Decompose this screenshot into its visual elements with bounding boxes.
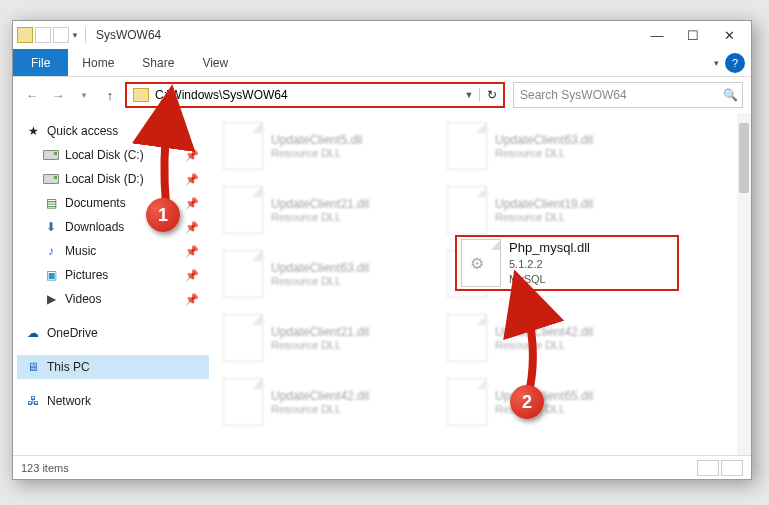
pc-icon: 🖥 [25, 360, 41, 374]
pin-icon: 📌 [185, 293, 199, 306]
divider [85, 27, 86, 43]
file-description: Resource DLL [271, 147, 362, 159]
pin-icon: 📌 [185, 221, 199, 234]
dll-file-icon [223, 378, 263, 426]
sidebar-item-this-pc[interactable]: 🖥 This PC [17, 355, 209, 379]
minimize-button[interactable]: — [639, 24, 675, 46]
sidebar-label: This PC [47, 360, 90, 374]
status-bar: 123 items [13, 455, 751, 479]
forward-button[interactable]: → [47, 84, 69, 106]
view-details-button[interactable] [697, 460, 719, 476]
gears-icon: ⚙ [470, 254, 484, 273]
file-item[interactable]: UpdateClient63.dllResource DLL [447, 119, 657, 173]
file-item[interactable]: UpdateClient63.dllResource DLL [223, 247, 433, 301]
onedrive-icon: ☁ [25, 326, 41, 340]
dll-file-icon [447, 186, 487, 234]
dll-file-icon [223, 250, 263, 298]
videos-icon: ▶ [43, 292, 59, 306]
file-description: Resource DLL [495, 211, 593, 223]
qat-dropdown-icon[interactable]: ▼ [71, 31, 79, 40]
scrollbar-thumb[interactable] [739, 123, 749, 193]
help-icon[interactable]: ? [725, 53, 745, 73]
file-meta: Php_mysql.dll 5.1.2.2 MySQL [509, 239, 590, 286]
refresh-button[interactable]: ↻ [479, 88, 503, 102]
folder-icon [133, 88, 149, 102]
file-name: UpdateClient21.dll [271, 197, 369, 211]
dll-file-icon [223, 122, 263, 170]
file-meta: UpdateClient19.dllResource DLL [495, 197, 593, 223]
star-icon: ★ [25, 124, 41, 138]
file-description: Resource DLL [271, 339, 369, 351]
ribbon-tabs: File Home Share View ▾ ? [13, 49, 751, 77]
tab-home[interactable]: Home [68, 49, 128, 76]
search-box[interactable]: Search SysWOW64 🔍 [513, 82, 743, 108]
sidebar-item-music[interactable]: ♪ Music 📌 [17, 239, 209, 263]
close-button[interactable]: ✕ [711, 24, 747, 46]
tab-view[interactable]: View [188, 49, 242, 76]
address-dropdown-icon[interactable]: ▼ [459, 90, 479, 100]
view-large-button[interactable] [721, 460, 743, 476]
ribbon-collapse-icon[interactable]: ▾ [714, 58, 719, 68]
sidebar-item-downloads[interactable]: ⬇ Downloads 📌 [17, 215, 209, 239]
pin-icon: 📌 [185, 269, 199, 282]
file-meta: UpdateClient63.dllResource DLL [495, 133, 593, 159]
sidebar-item-network[interactable]: 🖧 Network [17, 389, 209, 413]
navigation-row: ← → ▼ ↑ C:\Windows\SysWOW64 ▼ ↻ Search S… [13, 77, 751, 113]
file-item[interactable]: UpdateClient65.dllResource DLL [447, 375, 657, 429]
pin-icon: 📌 [185, 245, 199, 258]
file-description: Resource DLL [495, 147, 593, 159]
file-description: Resource DLL [271, 403, 369, 415]
explorer-window: ▼ SysWOW64 — ☐ ✕ File Home Share View ▾ … [12, 20, 752, 480]
callout-badge-1: 1 [146, 198, 180, 232]
file-meta: UpdateClient63.dllResource DLL [271, 261, 369, 287]
file-description: MySQL [509, 272, 590, 287]
qat-icon[interactable] [35, 27, 51, 43]
item-count: 123 items [21, 462, 69, 474]
dll-file-icon [223, 186, 263, 234]
sidebar-label: Videos [65, 292, 101, 306]
sidebar-item-onedrive[interactable]: ☁ OneDrive [17, 321, 209, 345]
window-title: SysWOW64 [96, 28, 161, 42]
file-item[interactable]: UpdateClient21.dllResource DLL [223, 183, 433, 237]
history-dropdown-icon[interactable]: ▼ [73, 84, 95, 106]
dll-file-icon [223, 314, 263, 362]
file-item[interactable]: UpdateClient19.dllResource DLL [447, 183, 657, 237]
sidebar-label: Downloads [65, 220, 124, 234]
sidebar-label: Local Disk (C:) [65, 148, 144, 162]
file-item-highlighted[interactable]: ⚙ Php_mysql.dll 5.1.2.2 MySQL [455, 235, 679, 291]
file-meta: UpdateClient21.dllResource DLL [271, 325, 369, 351]
content-pane[interactable]: UpdateClient5.dllResource DLLUpdateClien… [213, 113, 751, 455]
up-button[interactable]: ↑ [99, 84, 121, 106]
address-bar[interactable]: C:\Windows\SysWOW64 ▼ ↻ [125, 82, 505, 108]
maximize-button[interactable]: ☐ [675, 24, 711, 46]
file-item[interactable]: UpdateClient5.dllResource DLL [223, 119, 433, 173]
file-version: 5.1.2.2 [509, 257, 590, 272]
file-name: UpdateClient5.dll [271, 133, 362, 147]
file-description: Resource DLL [271, 275, 369, 287]
dll-file-icon [447, 378, 487, 426]
tab-share[interactable]: Share [128, 49, 188, 76]
file-item[interactable]: UpdateClient42.dllResource DLL [223, 375, 433, 429]
documents-icon: ▤ [43, 196, 59, 210]
file-name: Php_mysql.dll [509, 239, 590, 257]
file-item[interactable]: UpdateClient21.dllResource DLL [223, 311, 433, 365]
file-name: UpdateClient63.dll [271, 261, 369, 275]
pictures-icon: ▣ [43, 268, 59, 282]
address-path[interactable]: C:\Windows\SysWOW64 [155, 88, 459, 102]
back-button[interactable]: ← [21, 84, 43, 106]
sidebar-item-videos[interactable]: ▶ Videos 📌 [17, 287, 209, 311]
file-meta: UpdateClient5.dllResource DLL [271, 133, 362, 159]
titlebar: ▼ SysWOW64 — ☐ ✕ [13, 21, 751, 49]
dll-file-icon: ⚙ [461, 239, 501, 287]
folder-icon [17, 27, 33, 43]
sidebar-item-pictures[interactable]: ▣ Pictures 📌 [17, 263, 209, 287]
tab-file[interactable]: File [13, 49, 68, 76]
file-item[interactable]: UpdateClient42.dllResource DLL [447, 311, 657, 365]
qat-icon[interactable] [53, 27, 69, 43]
file-meta: UpdateClient21.dllResource DLL [271, 197, 369, 223]
dll-file-icon [447, 314, 487, 362]
search-icon[interactable]: 🔍 [718, 88, 742, 102]
downloads-icon: ⬇ [43, 220, 59, 234]
search-placeholder: Search SysWOW64 [514, 88, 718, 102]
vertical-scrollbar[interactable] [737, 113, 751, 455]
